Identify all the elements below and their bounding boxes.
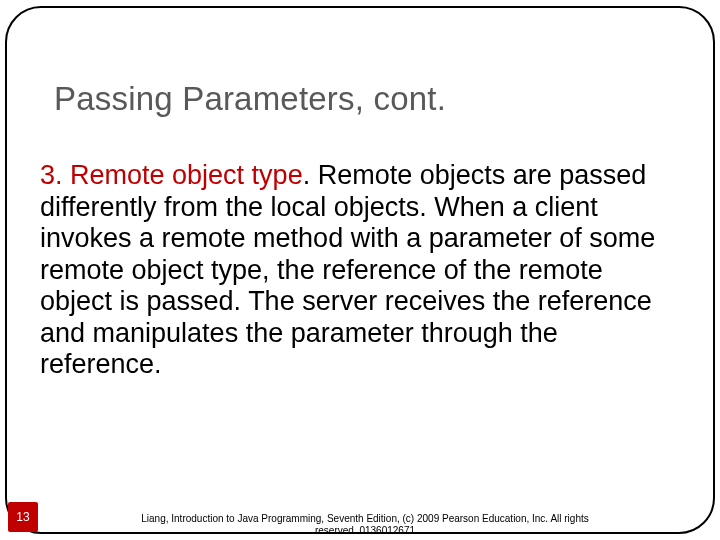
slide: Passing Parameters, cont. 3. Remote obje… (0, 0, 720, 540)
page-number-badge: 13 (8, 502, 38, 532)
lead-phrase: 3. Remote object type (40, 160, 303, 190)
footer-text: Liang, Introduction to Java Programming,… (130, 513, 600, 536)
body-text: 3. Remote object type. Remote objects ar… (40, 160, 680, 381)
slide-title: Passing Parameters, cont. (54, 80, 446, 118)
body-rest: . Remote objects are passed differently … (40, 160, 655, 379)
